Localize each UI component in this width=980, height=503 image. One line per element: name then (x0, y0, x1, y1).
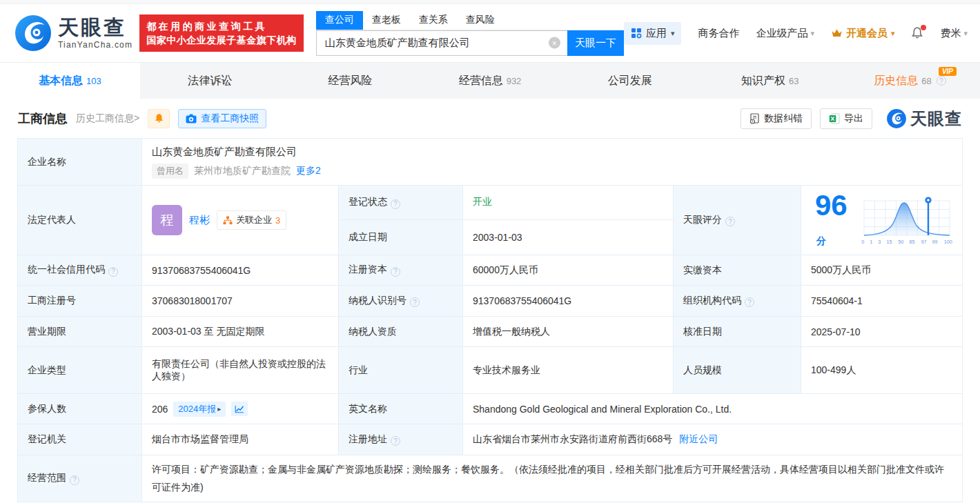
crown-icon (831, 28, 843, 38)
search-tab-company[interactable]: 查公司 (316, 11, 363, 30)
table-row: 参保人数 206 2024年报 ▸ 英文名称 (18, 394, 963, 424)
search-input[interactable] (316, 30, 567, 56)
search-tabs: 查公司 查老板 查关系 查风险 (316, 11, 624, 30)
camera-icon (186, 114, 197, 124)
search-tab-boss[interactable]: 查老板 (363, 11, 410, 30)
search-button[interactable]: 天眼一下 (567, 30, 624, 56)
top-nav: 应用 ▾ 商务合作 企业级产品 ▾ 开通会员 ▾ (624, 22, 968, 45)
uscc-value: 91370683755406041G (142, 255, 339, 286)
header: 天眼查 TianYanCha.com 都在用的商业查询工具 国家中小企业发展子基… (0, 4, 980, 62)
promo-line2: 国家中小企业发展子基金旗下机构 (146, 33, 297, 47)
legal-rep-avatar[interactable]: 程 (152, 205, 182, 235)
view-business-snapshot-button[interactable]: 查看工商快照 (178, 109, 266, 128)
tab-operation-risk[interactable]: 经营风险 (280, 63, 420, 99)
legal-rep-name-link[interactable]: 程彬 (189, 214, 210, 227)
tianyancha-logo[interactable]: 天眼查 TianYanCha.com (14, 14, 133, 52)
insured-trend-button[interactable] (231, 402, 248, 416)
annual-report-badge[interactable]: 2024年报 ▸ (173, 402, 226, 417)
nav-apps[interactable]: 应用 ▾ (624, 22, 682, 45)
english-name-value: Shandong Gold Geological and Mineral Exp… (463, 394, 963, 424)
help-icon[interactable]: ? (410, 297, 420, 307)
business-info-table: 企业名称 山东黄金地质矿产勘查有限公司 曾用名 莱州市地质矿产勘查院 更多2 法… (17, 138, 963, 502)
establish-date-value: 2003-01-03 (463, 219, 674, 255)
nav-user-menu[interactable]: 费米 ▾ (940, 27, 968, 40)
logo-title: 天眼查 (58, 17, 133, 39)
data-correction-button[interactable]: 数据纠错 (741, 108, 812, 129)
help-icon[interactable]: ? (725, 217, 735, 226)
tab-history-info[interactable]: VIP 历史信息 68 ? (840, 63, 980, 99)
tab-operation-info[interactable]: 经营信息 932 (420, 63, 560, 99)
play-icon: ▸ (217, 405, 221, 413)
insured-count: 206 (152, 404, 168, 415)
chevron-down-icon: ▾ (891, 29, 895, 38)
tianyancha-logo-icon (886, 108, 907, 129)
score-label: 天眼评分? (674, 186, 801, 255)
reg-authority-label: 登记机关 (18, 424, 142, 455)
tianyancha-watermark: 天眼查 (886, 108, 962, 130)
tianyancha-company-page: 天眼查 TianYanCha.com 都在用的商业查询工具 国家中小企业发展子基… (0, 0, 980, 503)
reg-capital-label: 注册资本? (339, 255, 463, 286)
notifications-bell[interactable] (911, 27, 923, 39)
taxpayer-id-value: 91370683755406041G (463, 286, 674, 317)
promo-banner: 都在用的商业查询工具 国家中小企业发展子基金旗下机构 (139, 14, 304, 52)
legal-rep-label: 法定代表人 (18, 186, 142, 255)
help-icon[interactable]: ? (391, 267, 400, 277)
help-icon[interactable]: ? (70, 475, 79, 485)
company-tab-bar: 基本信息 103 法律诉讼 经营风险 经营信息 932 公司发展 知识产权 63… (0, 62, 980, 99)
company-type-label: 企业类型 (18, 347, 142, 394)
tab-company-development[interactable]: 公司发展 (560, 63, 700, 99)
taxpayer-id-label: 纳税人识别号? (339, 286, 463, 317)
help-icon[interactable]: ? (108, 267, 118, 277)
company-name-label: 企业名称 (18, 139, 142, 186)
tab-basic-info[interactable]: 基本信息 103 (0, 63, 140, 99)
chevron-down-icon: ▾ (810, 29, 814, 38)
paid-capital-value: 5000万人民币 (801, 255, 963, 286)
more-former-names-link[interactable]: 更多2 (296, 165, 321, 177)
search-box: 查公司 查老板 查关系 查风险 × 天眼一下 (316, 11, 624, 56)
nav-cooperation[interactable]: 商务合作 (698, 27, 739, 40)
nav-open-vip[interactable]: 开通会员 ▾ (831, 27, 895, 40)
staff-size-label: 人员规模 (674, 347, 801, 394)
score-distribution-chart: 0 1 3 15 50 85 97 99 100 (861, 195, 952, 245)
nav-enterprise-products[interactable]: 企业级产品 ▾ (756, 27, 814, 40)
former-name-badge: 曾用名 (152, 164, 188, 179)
vip-badge: VIP (939, 67, 957, 76)
help-icon[interactable]: ? (745, 297, 754, 307)
table-row: 法定代表人 程 程彬 关联企业 3 (18, 186, 963, 220)
table-row: 工商注册号 370683018001707 纳税人识别号? 9137068375… (18, 286, 963, 317)
nearby-companies-link[interactable]: 附近公司 (679, 433, 718, 446)
org-code-value: 75540604-1 (801, 286, 963, 317)
uscc-label: 统一社会信用代码? (18, 255, 142, 286)
help-icon[interactable]: ? (391, 436, 400, 446)
org-code-label: 组织机构代码? (674, 286, 801, 317)
business-info-section-header: 工商信息 历史工商信息> 查看工商快照 (0, 99, 980, 138)
history-business-info-link[interactable]: 历史工商信息> (76, 112, 139, 125)
table-row: 营业期限 2003-01-03 至 无固定期限 纳税人资质 增值税一般纳税人 核… (18, 317, 963, 347)
tab-legal-proceedings[interactable]: 法律诉讼 (140, 63, 280, 99)
monitor-bell-button[interactable] (148, 109, 170, 128)
insured-label: 参保人数 (18, 394, 142, 424)
section-title: 工商信息 (18, 110, 68, 127)
establish-date-label: 成立日期 (339, 219, 463, 255)
export-button[interactable]: 导出 (820, 108, 872, 129)
business-scope-value: 许可项目：矿产资源勘查；金属与非金属矿产资源地质勘探；测绘服务；餐饮服务。（依法… (142, 455, 963, 502)
excel-icon (829, 113, 840, 124)
reg-authority-value: 烟台市市场监督管理局 (142, 424, 339, 455)
related-companies-badge[interactable]: 关联企业 3 (217, 210, 286, 230)
tab-intellectual-property[interactable]: 知识产权 63 (700, 63, 840, 99)
help-icon[interactable]: ? (937, 76, 946, 86)
logo-domain: TianYanCha.com (58, 41, 133, 50)
search-tab-relation[interactable]: 查关系 (410, 11, 457, 30)
business-term-label: 营业期限 (18, 317, 142, 347)
chevron-down-icon: ▾ (963, 29, 968, 38)
table-row: 经营范围? 许可项目：矿产资源勘查；金属与非金属矿产资源地质勘探；测绘服务；餐饮… (18, 455, 963, 502)
business-scope-label: 经营范围? (18, 455, 142, 502)
help-icon[interactable]: ? (391, 199, 400, 209)
reg-capital-value: 60000万人民币 (463, 255, 674, 286)
search-tab-risk[interactable]: 查风险 (457, 11, 504, 30)
related-companies-count: 3 (275, 215, 280, 226)
clear-icon[interactable]: × (549, 37, 560, 49)
table-row: 统一社会信用代码? 91370683755406041G 注册资本? 60000… (18, 255, 963, 286)
reg-address-value: 山东省烟台市莱州市永安路街道府前西街668号 (473, 433, 672, 446)
promo-line1: 都在用的商业查询工具 (146, 19, 297, 33)
